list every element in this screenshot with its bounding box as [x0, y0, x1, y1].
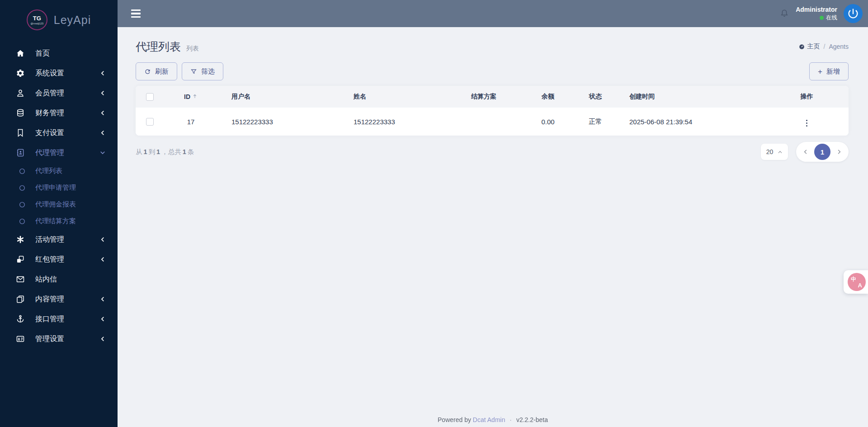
user-block[interactable]: Administrator 在线 — [796, 6, 837, 22]
column-created-at: 创建时间 — [616, 86, 765, 108]
envelope-icon — [15, 274, 25, 284]
summary-total-value: 1 — [183, 148, 186, 155]
sidebar-item-payment-settings[interactable]: 支付设置 — [0, 123, 118, 143]
filter-label: 筛选 — [201, 67, 215, 76]
page-footer: Powered by Dcat Admin · v2.2.2-beta — [118, 416, 868, 423]
current-page-button[interactable]: 1 — [814, 144, 830, 160]
sidebar-item-members[interactable]: 会员管理 — [0, 83, 118, 103]
summary-to-value: 1 — [156, 148, 160, 155]
create-button[interactable]: + 新增 — [809, 62, 849, 80]
cell-username: 15122223333 — [218, 108, 340, 136]
footer-powered-by: Powered by — [438, 416, 471, 423]
sidebar-item-label: 支付设置 — [35, 128, 64, 138]
column-actions: 操作 — [765, 86, 849, 108]
anchor-icon — [15, 314, 25, 324]
sidebar-subitem-agent-list[interactable]: 代理列表 — [0, 163, 118, 179]
sidebar-subitem-agent-settlement-plan[interactable]: 代理结算方案 — [0, 213, 118, 230]
brand-logo[interactable]: TG @msdj123 LeyApi — [0, 0, 118, 40]
chevron-left-icon — [802, 149, 809, 155]
cell-created-at: 2025-06-08 21:39:54 — [616, 108, 765, 136]
circle-icon — [18, 217, 26, 225]
cell-balance: 0.00 — [521, 108, 575, 136]
breadcrumb-separator: / — [824, 43, 826, 50]
page-head: 代理列表 列表 主页 / Agents — [136, 39, 849, 54]
brand-badge: TG @msdj123 — [27, 9, 47, 30]
translate-zh-glyph: 中 — [851, 276, 856, 283]
next-page-button[interactable] — [834, 149, 844, 155]
refresh-button[interactable]: 刷新 — [136, 62, 177, 80]
hamburger-icon[interactable] — [128, 7, 143, 21]
copy-icon — [15, 294, 25, 304]
toolbar-left: 刷新 筛选 — [136, 62, 223, 80]
sort-id[interactable]: ID — [184, 93, 198, 100]
sidebar-item-content[interactable]: 内容管理 — [0, 289, 118, 309]
bell-icon[interactable] — [779, 9, 789, 19]
sidebar-subitem-label: 代理佣金报表 — [35, 200, 76, 209]
brand-badge-text: TG — [33, 15, 41, 21]
page-size-value: 20 — [766, 148, 774, 155]
sidebar-item-site-messages[interactable]: 站内信 — [0, 269, 118, 289]
user-name: Administrator — [796, 6, 837, 13]
footer-dcat-link[interactable]: Dcat Admin — [473, 416, 505, 423]
online-dot-icon — [820, 16, 824, 20]
sidebar-item-finance[interactable]: 财务管理 — [0, 103, 118, 123]
sidebar-item-red-packets[interactable]: 红包管理 — [0, 249, 118, 269]
table-card: ID 用户名 姓名 结算方案 余额 状态 创建时间 操作 — [136, 86, 849, 136]
sidebar-subitem-label: 代理结算方案 — [35, 217, 76, 225]
chevron-left-icon — [99, 316, 106, 322]
page-size-select[interactable]: 20 — [761, 144, 788, 160]
sidebar-item-label: 会员管理 — [35, 89, 64, 98]
sidebar-item-system-settings[interactable]: 系统设置 — [0, 63, 118, 83]
breadcrumb-home[interactable]: 主页 — [798, 42, 820, 51]
plus-icon: + — [818, 68, 822, 75]
footer-version: v2.2.2-beta — [516, 416, 548, 423]
toolbar: 刷新 筛选 + 新增 — [136, 62, 849, 80]
sidebar-item-label: 财务管理 — [35, 108, 64, 118]
funnel-icon — [190, 68, 197, 75]
sidebar-subitem-label: 代理申请管理 — [35, 183, 76, 192]
cubes-icon — [15, 254, 25, 264]
sidebar-item-label: 红包管理 — [35, 255, 64, 264]
power-logo-icon — [847, 7, 859, 20]
row-checkbox[interactable] — [146, 118, 154, 126]
gears-icon — [15, 68, 25, 78]
summary-unit-label: 条 — [188, 148, 194, 155]
topbar-right: Administrator 在线 — [779, 4, 868, 23]
row-actions-menu-icon[interactable] — [802, 118, 811, 129]
table-header-row: ID 用户名 姓名 结算方案 余额 状态 创建时间 操作 — [136, 86, 849, 108]
user-status: 在线 — [820, 14, 837, 22]
sort-arrow-up-icon — [192, 93, 198, 100]
select-all-checkbox[interactable] — [146, 93, 154, 101]
sidebar-item-home[interactable]: 首页 — [0, 43, 118, 63]
sidebar-item-activities[interactable]: 活动管理 — [0, 230, 118, 249]
breadcrumb-current: Agents — [829, 43, 849, 50]
summary-from-label: 从 — [136, 148, 142, 155]
sidebar-item-label: 管理设置 — [35, 334, 64, 344]
column-id: ID — [184, 93, 190, 100]
agents-table: ID 用户名 姓名 结算方案 余额 状态 创建时间 操作 — [136, 86, 849, 136]
sidebar-item-label: 内容管理 — [35, 295, 64, 304]
translate-widget[interactable]: 中 A — [844, 270, 868, 294]
page-title: 代理列表 — [136, 39, 181, 54]
pager-zone: 20 1 — [761, 142, 849, 162]
sidebar-item-api[interactable]: 接口管理 — [0, 309, 118, 329]
sidebar-subitem-agent-commission-report[interactable]: 代理佣金报表 — [0, 196, 118, 213]
filter-button[interactable]: 筛选 — [182, 62, 223, 80]
chevron-left-icon — [99, 256, 106, 263]
translate-en-glyph: A — [858, 282, 862, 289]
avatar[interactable] — [844, 4, 863, 23]
chevron-left-icon — [99, 236, 106, 243]
sidebar-item-label: 接口管理 — [35, 314, 64, 324]
chevron-left-icon — [99, 110, 106, 116]
column-plan: 结算方案 — [458, 86, 521, 108]
chevron-left-icon — [99, 296, 106, 302]
sidebar-subitem-agent-applications[interactable]: 代理申请管理 — [0, 179, 118, 196]
sidebar-item-admin-settings[interactable]: 管理设置 — [0, 329, 118, 349]
bookmark-icon — [15, 128, 25, 138]
sidebar-menu: 首页 系统设置 会员管理 财务管理 — [0, 40, 118, 349]
circle-icon — [18, 184, 26, 192]
breadcrumb-home-label: 主页 — [807, 42, 820, 51]
id-card-icon — [15, 334, 25, 344]
sidebar-item-agents[interactable]: 代理管理 — [0, 143, 118, 163]
prev-page-button[interactable] — [801, 149, 811, 155]
